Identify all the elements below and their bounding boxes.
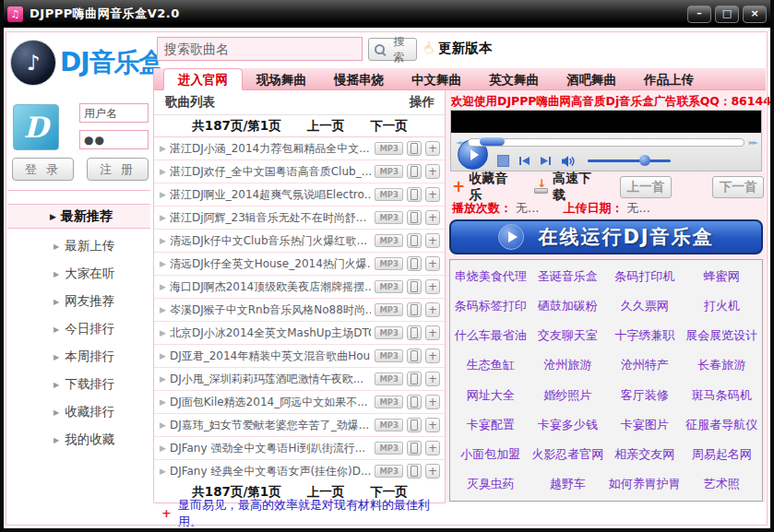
ad-link[interactable]: 小面包加盟 — [460, 446, 520, 463]
register-button[interactable]: 注 册 — [87, 158, 149, 181]
phone-button[interactable] — [407, 395, 422, 409]
ad-link[interactable]: 什么车最省油 — [455, 327, 527, 344]
add-button[interactable]: + — [425, 256, 440, 271]
volume-icon[interactable] — [561, 155, 577, 168]
phone-button[interactable] — [407, 302, 422, 317]
ad-link[interactable]: 如何养胃护胃 — [609, 476, 681, 492]
song-row[interactable]: ▶海口DJ啊杰2014顶级欧美夜店潮牌摇摆...MP3+ — [154, 276, 446, 299]
ad-link[interactable]: 征服者导航仪 — [685, 417, 757, 433]
ad-link[interactable]: 交友聊天室 — [538, 327, 598, 344]
ad-link[interactable]: 串烧美食代理 — [455, 268, 527, 285]
password-field[interactable] — [79, 130, 149, 149]
sidebar-item-latest-upload[interactable]: ▶最新上传 — [7, 232, 150, 260]
mp3-badge[interactable]: MP3 — [375, 442, 403, 455]
tab-live-dance[interactable]: 现场舞曲 — [243, 69, 320, 89]
ad-link[interactable]: 打火机 — [704, 298, 740, 314]
ad-link[interactable]: 越野车 — [550, 476, 586, 492]
add-button[interactable]: + — [425, 325, 440, 340]
prev-page-link[interactable]: 上一页 — [307, 118, 345, 135]
sidebar-item-now-listening[interactable]: ▶大家在听 — [7, 260, 150, 288]
song-row[interactable]: ▶DJ亚君_2014年精装中英文混音歌曲Hou...MP3+ — [154, 345, 446, 368]
seek-bar[interactable] — [468, 138, 744, 147]
ad-link[interactable]: 卡宴多少钱 — [538, 417, 598, 433]
phone-button[interactable] — [407, 279, 422, 294]
sidebar-item-favorite-rank[interactable]: ▶收藏排行 — [7, 398, 150, 426]
song-title[interactable]: 北京DJ小冰2014全英文MashUp主场DTC... — [170, 325, 371, 341]
phone-button[interactable] — [407, 210, 422, 225]
mp3-badge[interactable]: MP3 — [375, 326, 403, 339]
mp3-badge[interactable]: MP3 — [375, 396, 403, 408]
mp3-badge[interactable]: MP3 — [375, 465, 403, 478]
run-online-button[interactable]: 在线运行DJ音乐盒 — [449, 219, 763, 254]
username-field[interactable] — [79, 103, 149, 123]
phone-button[interactable] — [407, 164, 422, 179]
song-row[interactable]: ▶湛江Dj阿辉_23辑音乐无处不在时尚舒...MP3+ — [154, 207, 446, 230]
add-button[interactable]: + — [425, 279, 440, 294]
phone-button[interactable] — [407, 372, 422, 386]
mp3-badge[interactable]: MP3 — [375, 303, 403, 316]
ad-link[interactable]: 斑马条码机 — [692, 387, 752, 404]
update-version-link[interactable]: ☝ 更新版本 — [423, 36, 492, 60]
ad-link[interactable]: 网址大全 — [467, 387, 515, 404]
mp3-badge[interactable]: MP3 — [375, 257, 403, 270]
next-track-button[interactable] — [540, 156, 552, 166]
mp3-badge[interactable]: MP3 — [375, 372, 403, 385]
mp3-badge[interactable]: MP3 — [375, 165, 403, 178]
song-row[interactable]: ▶DJFany 经典全中文粤语女声(挂住你)D...MP3+ — [154, 460, 446, 483]
volume-slider[interactable] — [588, 160, 671, 162]
ad-link[interactable]: 十字绣兼职 — [614, 327, 674, 344]
phone-button[interactable] — [407, 325, 422, 340]
song-title[interactable]: 清远DJk仔全英文House_2014热门火爆... — [170, 256, 371, 272]
tab-chinese-dance[interactable]: 中文舞曲 — [398, 69, 475, 89]
add-button[interactable]: + — [425, 395, 440, 409]
previous-track-button[interactable] — [518, 156, 530, 166]
ad-link[interactable]: 艺术照 — [704, 476, 740, 492]
add-button[interactable]: + — [425, 164, 440, 179]
ad-link[interactable]: 蜂蜜网 — [704, 268, 740, 285]
song-title[interactable]: DJ小甩_深圳莉莉玛莲酒吧激情午夜欧... — [170, 372, 371, 387]
maximize-button[interactable]: □ — [715, 6, 739, 23]
search-button[interactable]: 搜 索 — [368, 38, 417, 61]
add-button[interactable]: + — [425, 372, 440, 386]
phone-button[interactable] — [407, 441, 422, 455]
song-row[interactable]: ▶湛江DJ欢仔_全中文国粤语高音质Club_...MP3+ — [154, 160, 446, 183]
fast-forward-icon[interactable]: ►► — [749, 138, 756, 147]
phone-button[interactable] — [407, 418, 422, 432]
ad-link[interactable]: 圣诞音乐盒 — [538, 268, 598, 285]
ad-link[interactable]: 长春旅游 — [697, 357, 745, 373]
favorite-music-button[interactable]: + 收藏音乐 — [452, 171, 514, 204]
sidebar-item-today-rank[interactable]: ▶今日排行 — [7, 315, 150, 343]
close-button[interactable]: × — [743, 6, 767, 23]
next-song-button[interactable]: 下一首 — [712, 176, 764, 198]
ad-link[interactable]: 条码标签打印 — [455, 298, 527, 314]
song-title[interactable]: 岑溪DJ猴子中文Rnb音乐风格No88时尚... — [170, 302, 371, 318]
add-button[interactable]: + — [425, 464, 440, 479]
tab-slow-mix[interactable]: 慢摇串烧 — [320, 69, 398, 89]
phone-button[interactable] — [407, 233, 422, 248]
song-title[interactable]: 清远DJk仔中文Club音乐热门火爆红歌... — [170, 233, 371, 249]
add-button[interactable]: + — [425, 418, 440, 432]
add-button[interactable]: + — [425, 441, 440, 455]
song-title[interactable]: DJ亚君_2014年精装中英文混音歌曲Hou... — [170, 349, 371, 364]
stop-button[interactable] — [497, 155, 509, 167]
song-row[interactable]: ▶DJ小甩_深圳莉莉玛莲酒吧激情午夜欧...MP3+ — [154, 368, 446, 391]
ad-link[interactable]: 硒鼓加碳粉 — [538, 298, 598, 314]
phone-button[interactable] — [407, 349, 422, 363]
song-row[interactable]: ▶湛江DJ小涵_2014力荐包厢精品全中文...MP3+ — [154, 137, 446, 160]
song-title[interactable]: DJ嘉玮_妇女节爱献老婆您辛苦了_劲爆... — [170, 418, 371, 433]
ad-link[interactable]: 沧州旅游 — [543, 357, 591, 373]
tab-official-site[interactable]: 进入官网 — [163, 68, 243, 90]
sidebar-item-download-rank[interactable]: ▶下载排行 — [7, 371, 150, 398]
sidebar-item-latest-recommend[interactable]: ▶ 最新推荐 — [7, 204, 150, 229]
ad-link[interactable]: 生态鱼缸 — [467, 357, 515, 373]
song-title[interactable]: 湛江Dj阿辉_23辑音乐无处不在时尚舒... — [170, 210, 371, 226]
song-title[interactable]: DJFany 强劲全中文粤语Hi到趴街流行... — [170, 441, 371, 456]
ad-link[interactable]: 相亲交友网 — [614, 446, 674, 463]
ad-link[interactable]: 客厅装修 — [621, 387, 669, 404]
add-button[interactable]: + — [425, 187, 440, 202]
mp3-badge[interactable]: MP3 — [375, 188, 403, 201]
tab-upload-works[interactable]: 作品上传 — [630, 69, 708, 89]
add-button[interactable]: + — [425, 302, 440, 317]
tab-english-dance[interactable]: 英文舞曲 — [475, 69, 553, 89]
song-row[interactable]: ▶DJ面包Kile精选2014_阿远中文如果不...MP3+ — [154, 391, 446, 414]
